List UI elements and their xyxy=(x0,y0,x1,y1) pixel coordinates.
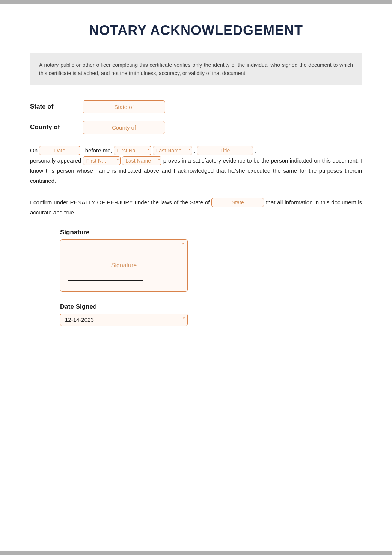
date-signed-label: Date Signed xyxy=(60,303,362,311)
first-name2-wrapper: * xyxy=(83,156,121,165)
state-inline-input[interactable] xyxy=(211,198,264,207)
state-of-input[interactable] xyxy=(83,100,165,113)
signature-placeholder: Signature xyxy=(111,262,137,269)
date-input[interactable] xyxy=(39,146,80,155)
last-name-input[interactable] xyxy=(153,146,192,155)
first-name-required: * xyxy=(148,147,149,154)
state-of-label: State of xyxy=(30,103,83,110)
signature-label: Signature xyxy=(60,229,362,236)
disclaimer-box: A notary public or other officer complet… xyxy=(30,53,362,85)
first-name2-required: * xyxy=(117,157,118,164)
first-name-input[interactable] xyxy=(114,146,151,155)
date-signed-input[interactable] xyxy=(60,314,188,326)
before-me-text: , before me, xyxy=(82,147,112,154)
first-name2-input[interactable] xyxy=(83,156,121,165)
on-label: On xyxy=(30,147,38,154)
date-field-wrapper xyxy=(39,146,80,155)
date-signed-required-star: * xyxy=(183,316,185,321)
last-name2-wrapper: * xyxy=(122,156,161,165)
disclaimer-text: A notary public or other officer complet… xyxy=(39,62,353,76)
personally-appeared-text: personally appeared xyxy=(30,157,81,164)
date-signed-section: Date Signed * xyxy=(30,303,362,326)
top-bar xyxy=(0,0,392,4)
last-name2-input[interactable] xyxy=(122,156,161,165)
last-name-required: * xyxy=(188,147,190,154)
signature-box[interactable]: * Signature xyxy=(60,239,188,292)
title-wrapper xyxy=(197,146,253,155)
state-inline-wrapper xyxy=(211,198,264,207)
signature-line xyxy=(68,280,143,281)
page-title: NOTARY ACKNOWLEDGEMENT xyxy=(30,23,362,38)
penalty-section: I confirm under PENALTY OF PERJURY under… xyxy=(30,197,362,217)
first-name-wrapper: * xyxy=(114,146,151,155)
bottom-bar xyxy=(0,551,392,555)
penalty-text: I confirm under PENALTY OF PERJURY under… xyxy=(30,199,210,205)
last-name2-required: * xyxy=(158,157,160,164)
state-of-row: State of xyxy=(30,100,362,113)
county-of-row: County of xyxy=(30,121,362,134)
date-signed-wrapper: * xyxy=(60,314,188,326)
signature-required-star: * xyxy=(182,242,184,247)
paragraph-section: On , before me, * * , , personally appea… xyxy=(30,145,362,186)
signature-section: Signature * Signature xyxy=(30,229,362,292)
county-of-input[interactable] xyxy=(83,121,165,134)
county-of-label: County of xyxy=(30,124,83,131)
title-input[interactable] xyxy=(197,146,253,155)
last-name-wrapper: * xyxy=(153,146,192,155)
